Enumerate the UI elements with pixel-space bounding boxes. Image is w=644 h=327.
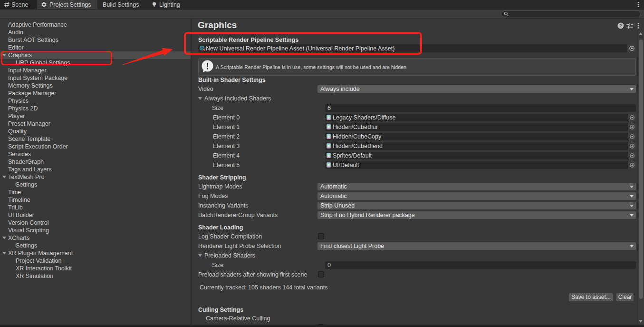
svg-text:s: s [327, 115, 329, 119]
svg-text:s: s [327, 153, 329, 158]
svg-text:s: s [327, 163, 329, 167]
svg-text:s: s [327, 125, 329, 129]
svg-text:?: ? [619, 23, 622, 28]
svg-text:s: s [327, 144, 329, 148]
svg-text:s: s [327, 134, 329, 139]
